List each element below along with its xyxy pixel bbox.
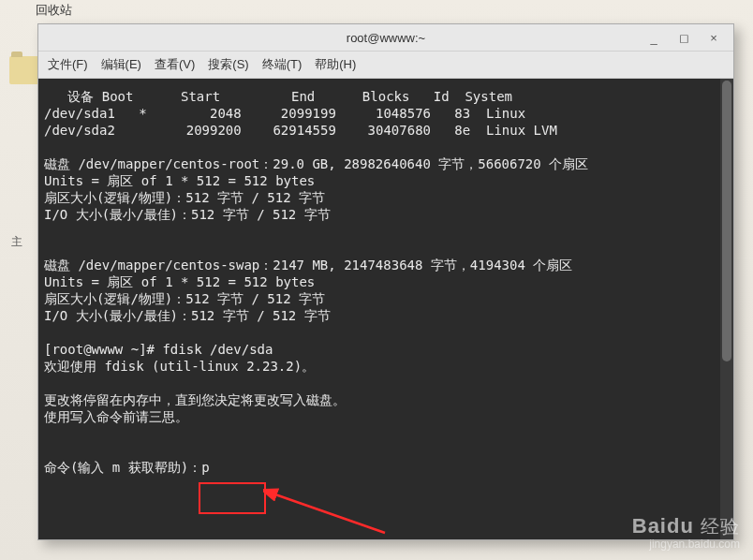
menu-edit[interactable]: 编辑(E): [101, 56, 141, 73]
highlight-box: [199, 482, 266, 514]
menu-bar: 文件(F) 编辑(E) 查看(V) 搜索(S) 终端(T) 帮助(H): [38, 52, 733, 79]
menu-file[interactable]: 文件(F): [48, 56, 88, 73]
window-controls: _ ◻ ×: [647, 24, 728, 51]
window-titlebar[interactable]: root@wwww:~ _ ◻ ×: [38, 24, 733, 52]
minimize-button[interactable]: _: [647, 31, 660, 44]
maximize-button[interactable]: ◻: [677, 31, 690, 44]
menu-help[interactable]: 帮助(H): [315, 56, 356, 73]
terminal-window: root@wwww:~ _ ◻ × 文件(F) 编辑(E) 查看(V) 搜索(S…: [37, 23, 734, 540]
desktop-background: 回收站 主 root@wwww:~ _ ◻ × 文件(F) 编辑(E) 查看(V…: [0, 0, 753, 560]
menu-terminal[interactable]: 终端(T): [262, 56, 303, 73]
close-button[interactable]: ×: [707, 31, 720, 44]
recycle-bin-label[interactable]: 回收站: [36, 2, 72, 19]
watermark-brand-cn: 经验: [701, 516, 740, 537]
menu-search[interactable]: 搜索(S): [208, 56, 248, 73]
terminal-output: 设备 Boot Start End Blocks Id System /dev/…: [44, 89, 588, 475]
window-title: root@wwww:~: [347, 31, 425, 45]
watermark-brand-en: Baidu: [632, 514, 694, 538]
watermark: Baidu 经验 jingyan.baidu.com: [632, 514, 740, 551]
svg-line-0: [273, 494, 385, 533]
scrollbar-track: [720, 79, 733, 539]
terminal-area[interactable]: 设备 Boot Start End Blocks Id System /dev/…: [38, 79, 733, 539]
watermark-url: jingyan.baidu.com: [632, 538, 740, 551]
annotation-arrow: [263, 467, 394, 539]
scrollbar-thumb[interactable]: [722, 81, 731, 361]
partial-shortcut-label: 主: [11, 234, 22, 250]
menu-view[interactable]: 查看(V): [155, 56, 195, 73]
